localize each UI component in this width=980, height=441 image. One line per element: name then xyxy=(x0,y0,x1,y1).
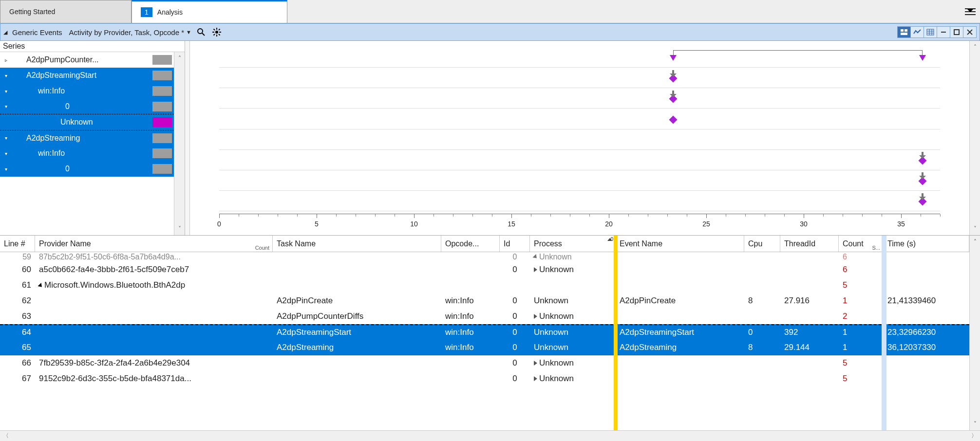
x-tick-label: 10 xyxy=(410,220,418,228)
overflow-menu-icon[interactable] xyxy=(961,0,980,23)
col-time[interactable]: Time (s) xyxy=(884,236,969,252)
cell-id: 0 xyxy=(500,373,530,385)
col-count[interactable]: CountS... xyxy=(839,236,884,252)
tab-analysis[interactable]: 1 Analysis xyxy=(132,0,287,23)
cell-task: A2dpStreamingStart xyxy=(273,327,441,338)
expand-toggle-icon[interactable] xyxy=(532,254,538,260)
cell-line: 65 xyxy=(0,342,35,353)
vertical-splitter[interactable] xyxy=(185,41,190,235)
expand-toggle-icon[interactable] xyxy=(534,267,537,272)
legend-scrollbar[interactable]: ˄ ˅ xyxy=(174,52,185,235)
cell-time xyxy=(884,269,969,271)
minimize-button[interactable] xyxy=(937,26,950,38)
preset-dropdown[interactable]: Activity by Provider, Task, Opcode * ▼ xyxy=(69,28,191,37)
view-chart-only-button[interactable] xyxy=(910,26,924,38)
cell-cpu xyxy=(744,378,780,380)
freeze-divider-gold[interactable] xyxy=(614,236,618,430)
search-icon[interactable] xyxy=(195,26,207,38)
expand-toggle-icon[interactable] xyxy=(534,376,537,381)
cell-cpu xyxy=(744,284,780,286)
table-row[interactable]: 60a5c0b662-fa4e-3bbb-2f61-5cf509e7ceb70U… xyxy=(0,262,969,277)
scroll-up-icon[interactable]: ˄ xyxy=(974,239,977,245)
col-cpu[interactable]: Cpu xyxy=(744,236,780,252)
legend-label: A2dpPumpCounter... xyxy=(12,55,152,64)
collapse-toggle-icon[interactable]: ◢ xyxy=(3,29,7,36)
maximize-button[interactable] xyxy=(950,26,963,38)
expand-toggle-icon[interactable] xyxy=(534,361,537,366)
scroll-up-icon[interactable]: ˄ xyxy=(974,44,977,51)
expand-toggle-icon[interactable]: ▾ xyxy=(0,166,12,172)
legend-row[interactable]: ▾A2dpStreamingStart xyxy=(0,68,174,83)
cell-event xyxy=(616,284,744,286)
cell-process: Unknown xyxy=(530,264,616,276)
col-process[interactable]: Process0 xyxy=(530,236,616,252)
tab-strip: Getting Started 1 Analysis xyxy=(0,0,980,23)
legend-label: win:Info xyxy=(12,149,152,158)
close-button[interactable] xyxy=(963,26,977,38)
cell-id: 0 xyxy=(500,311,530,322)
legend-row[interactable]: ▾win:Info xyxy=(0,83,174,99)
svg-rect-12 xyxy=(901,29,904,32)
view-title: Generic Events xyxy=(12,28,62,37)
col-opcode[interactable]: Opcode... xyxy=(441,236,500,252)
scroll-down-icon[interactable]: ˅ xyxy=(974,225,977,232)
tab-getting-started[interactable]: Getting Started xyxy=(0,0,132,23)
scroll-right-icon[interactable]: 〉 xyxy=(971,432,977,440)
view-table-and-chart-button[interactable] xyxy=(897,26,911,38)
cell-line: 66 xyxy=(0,357,35,369)
chart-marker xyxy=(670,91,677,97)
cell-task: A2dpPinCreate xyxy=(273,295,441,307)
color-swatch xyxy=(152,71,172,80)
legend-row[interactable]: ▾0 xyxy=(0,99,174,114)
scroll-down-icon[interactable]: ˅ xyxy=(974,421,977,427)
view-table-only-button[interactable] xyxy=(923,26,937,38)
scroll-down-icon[interactable]: ˅ xyxy=(178,225,181,232)
cell-opcode: win:Info xyxy=(441,311,500,322)
col-line[interactable]: Line # xyxy=(0,236,35,252)
legend-label: 0 xyxy=(12,165,152,173)
freeze-divider-blue[interactable] xyxy=(882,236,886,430)
col-task-name[interactable]: Task Name xyxy=(273,236,441,252)
legend-row[interactable]: Unknown xyxy=(0,114,174,130)
grid-body[interactable]: 5987b5c2b2-9f51-50c6-6f8a-5a7b6a4d9a...0… xyxy=(0,252,969,386)
expand-toggle-icon[interactable] xyxy=(38,283,43,289)
expand-toggle-icon[interactable]: ▹ xyxy=(0,57,12,63)
scroll-left-icon[interactable]: 〈 xyxy=(3,432,9,440)
cell-opcode xyxy=(441,362,500,364)
grid-vertical-scrollbar[interactable]: ˄ ˅ xyxy=(969,236,980,430)
chart-scrollbar[interactable]: ˄ ˅ xyxy=(969,41,980,235)
cell-id: 0 xyxy=(500,342,530,353)
gear-icon[interactable] xyxy=(211,26,223,38)
expand-toggle-icon[interactable] xyxy=(534,314,537,319)
cell-provider: 87b5c2b2-9f51-50c6-6f8a-5a7b6a4d9a... xyxy=(35,252,273,262)
expand-toggle-icon[interactable]: ▾ xyxy=(0,151,12,156)
table-row[interactable]: 65A2dpStreamingwin:Info0UnknownA2dpStrea… xyxy=(0,340,969,355)
cell-thread xyxy=(780,362,839,364)
expand-toggle-icon[interactable]: ▾ xyxy=(0,135,12,141)
timeline-chart[interactable]: 05101520253035 xyxy=(190,41,969,235)
scroll-up-icon[interactable]: ˄ xyxy=(178,55,181,62)
legend-list[interactable]: ▹A2dpPumpCounter...▾A2dpStreamingStart▾w… xyxy=(0,52,174,235)
col-provider-name[interactable]: Provider NameCount xyxy=(35,236,273,252)
table-row[interactable]: 5987b5c2b2-9f51-50c6-6f8a-5a7b6a4d9a...0… xyxy=(0,252,969,262)
expand-toggle-icon[interactable]: ▾ xyxy=(0,89,12,94)
legend-row[interactable]: ▾A2dpStreaming xyxy=(0,130,174,146)
col-thread-id[interactable]: ThreadId xyxy=(780,236,839,252)
table-row[interactable]: 679152c9b2-6d3c-355c-b5de-bfa48371da...0… xyxy=(0,371,969,386)
table-row[interactable]: 62A2dpPinCreatewin:Info0UnknownA2dpPinCr… xyxy=(0,293,969,309)
svg-line-7 xyxy=(213,29,215,31)
table-row[interactable]: 64A2dpStreamingStartwin:Info0UnknownA2dp… xyxy=(0,324,969,340)
expand-toggle-icon[interactable]: ▾ xyxy=(0,104,12,109)
legend-row[interactable]: ▾win:Info xyxy=(0,146,174,161)
grid-horizontal-scrollbar[interactable]: 〈 〉 xyxy=(0,430,980,441)
legend-row[interactable]: ▹A2dpPumpCounter... xyxy=(0,52,174,68)
table-row[interactable]: 61Microsoft.Windows.Bluetooth.BthA2dp5 xyxy=(0,277,969,293)
cell-thread: 29.144 xyxy=(780,342,839,353)
legend-row[interactable]: ▾0 xyxy=(0,161,174,177)
table-row[interactable]: 63A2dpPumpCounterDiffswin:Info0Unknown2 xyxy=(0,309,969,324)
col-event-name[interactable]: Event Name xyxy=(616,236,744,252)
col-id[interactable]: Id xyxy=(500,236,530,252)
expand-toggle-icon[interactable]: ▾ xyxy=(0,73,12,78)
table-row[interactable]: 667fb29539-b85c-3f2a-2fa4-2a6b4e29e3040U… xyxy=(0,355,969,371)
color-swatch xyxy=(152,102,172,111)
